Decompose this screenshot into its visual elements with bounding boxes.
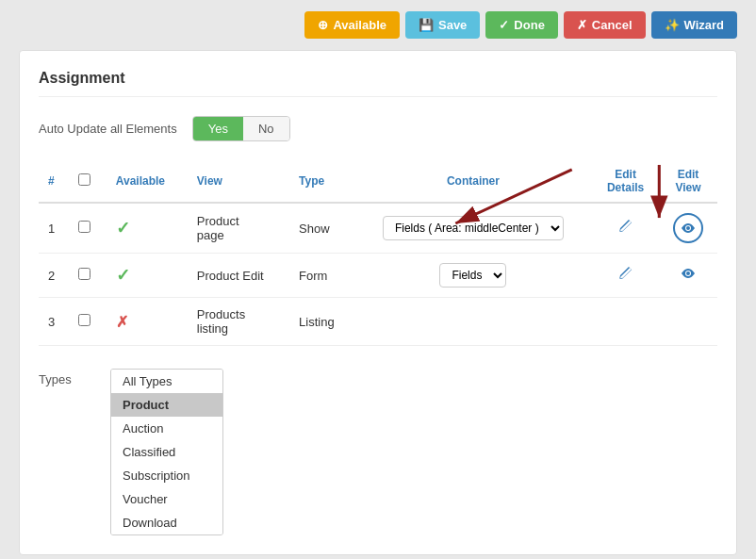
- row-view: Productpage: [188, 203, 289, 254]
- row-num: 1: [39, 203, 69, 254]
- table-row: 2 ✓ Product Edit Form Fields: [39, 254, 717, 298]
- col-type: Type: [289, 160, 354, 203]
- row-checkbox: [69, 203, 106, 254]
- types-list: All Types Product Auction Classified Sub…: [110, 369, 223, 535]
- auto-update-label: Auto Update all Elements: [39, 122, 177, 136]
- row-container: Fields: [354, 254, 593, 298]
- times-icon: ✗: [577, 18, 587, 32]
- row-num: 3: [39, 298, 69, 346]
- table-row: 1 ✓ Productpage Show Fields ( Area: midd…: [39, 203, 717, 254]
- table-row: 3 ✗ Productslisting Listing: [39, 298, 717, 346]
- select-all-checkbox[interactable]: [78, 173, 90, 186]
- row-available: ✓: [107, 254, 188, 298]
- col-checkbox: [69, 160, 106, 203]
- row-container: Fields ( Area: middleCenter ): [354, 203, 593, 254]
- row-available: ✗: [107, 298, 188, 346]
- col-container: Container: [354, 160, 593, 203]
- list-item[interactable]: Voucher: [111, 487, 222, 511]
- row-2-checkbox[interactable]: [78, 268, 90, 280]
- row-num: 2: [39, 254, 69, 298]
- row-checkbox: [69, 298, 106, 346]
- list-item[interactable]: Product: [111, 393, 222, 417]
- row-view: Productslisting: [188, 298, 289, 346]
- assignment-table-wrapper: # Available View Type Container EditDeta…: [39, 160, 717, 346]
- edit-details-btn-2[interactable]: [614, 263, 638, 288]
- types-section: Types All Types Product Auction Classifi…: [39, 369, 717, 535]
- row-3-checkbox[interactable]: [78, 314, 90, 326]
- col-view: View: [188, 160, 289, 203]
- row-edit-view: [659, 298, 717, 346]
- row-available: ✓: [107, 203, 188, 254]
- types-label: Types: [39, 369, 95, 386]
- container-select-2[interactable]: Fields: [439, 263, 506, 288]
- row-type: Show: [289, 203, 354, 254]
- col-num: #: [39, 160, 69, 203]
- done-button[interactable]: ✓ Done: [485, 11, 558, 39]
- edit-details-btn-1[interactable]: [614, 216, 638, 240]
- row-checkbox: [69, 254, 106, 298]
- list-item[interactable]: Subscription: [111, 464, 222, 487]
- row-1-checkbox[interactable]: [78, 221, 90, 233]
- auto-update-row: Auto Update all Elements Yes No: [39, 116, 717, 141]
- unavailable-icon: ✗: [116, 314, 128, 330]
- yes-toggle-button[interactable]: Yes: [193, 117, 243, 140]
- save-button[interactable]: 💾 Save: [405, 11, 480, 39]
- cancel-button[interactable]: ✗ Cancel: [564, 11, 646, 39]
- save-icon: 💾: [419, 18, 434, 32]
- available-check-icon: ✓: [116, 266, 130, 285]
- top-toolbar: ⊕ Available 💾 Save ✓ Done ✗ Cancel ✨ Wiz…: [0, 0, 756, 50]
- row-edit-details: [592, 203, 659, 254]
- list-item[interactable]: Classified: [111, 440, 222, 464]
- container-select-1[interactable]: Fields ( Area: middleCenter ): [383, 216, 564, 240]
- wizard-button[interactable]: ✨ Wizard: [651, 11, 738, 39]
- no-toggle-button[interactable]: No: [243, 117, 289, 140]
- list-item[interactable]: Auction: [111, 417, 222, 440]
- row-edit-details: [592, 298, 659, 346]
- row-type: Listing: [289, 298, 354, 346]
- edit-view-btn-1[interactable]: [673, 213, 703, 243]
- check-icon: ✓: [499, 18, 509, 32]
- main-content: Assignment Auto Update all Elements Yes …: [19, 50, 737, 555]
- row-edit-view: [659, 254, 717, 298]
- row-edit-view: [659, 203, 717, 254]
- col-available: Available: [107, 160, 188, 203]
- row-edit-details: [592, 254, 659, 298]
- list-item[interactable]: Download: [111, 511, 222, 534]
- col-edit-view: EditView: [659, 160, 717, 203]
- edit-view-btn-2[interactable]: [676, 263, 700, 288]
- list-item[interactable]: All Types: [111, 370, 222, 393]
- row-container: [354, 298, 593, 346]
- wand-icon: ✨: [665, 18, 680, 32]
- row-type: Form: [289, 254, 354, 298]
- assignment-table: # Available View Type Container EditDeta…: [39, 160, 717, 346]
- available-check-icon: ✓: [116, 219, 130, 238]
- section-title: Assignment: [39, 70, 717, 97]
- row-view: Product Edit: [188, 254, 289, 298]
- auto-update-toggle: Yes No: [192, 116, 290, 141]
- col-edit-details: EditDetails: [592, 160, 659, 203]
- plus-icon: ⊕: [318, 18, 328, 32]
- available-button[interactable]: ⊕ Available: [304, 11, 400, 39]
